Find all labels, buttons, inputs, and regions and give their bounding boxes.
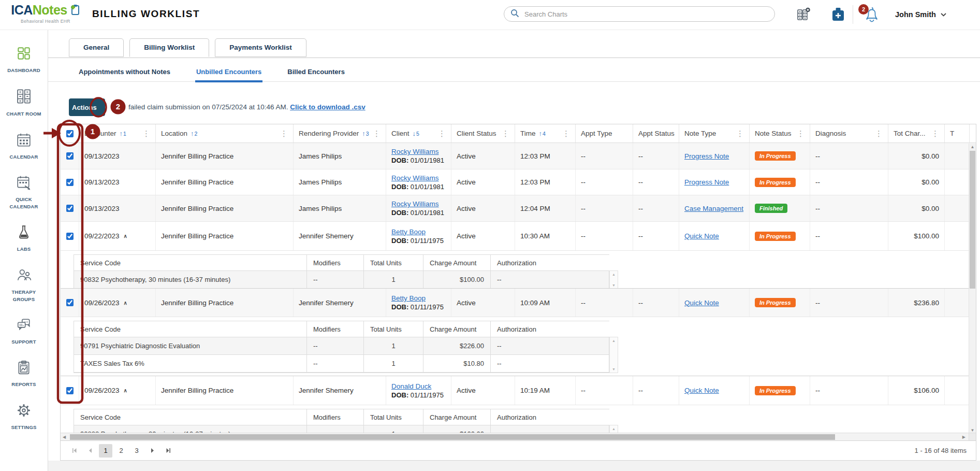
- column-header-time[interactable]: Time↑4⋮: [515, 124, 576, 142]
- page-button-3[interactable]: 3: [130, 444, 143, 458]
- note-type-cell: Progress Note: [679, 169, 750, 195]
- note-type-link[interactable]: Quick Note: [684, 387, 744, 394]
- subtab-billed-encounters[interactable]: Billed Encounters: [286, 63, 346, 82]
- sidebar-item-settings[interactable]: SETTINGS: [1, 403, 47, 431]
- note-type-link[interactable]: Case Management: [684, 205, 744, 212]
- column-menu-icon[interactable]: ⋮: [438, 130, 446, 137]
- scroll-up-arrow[interactable]: ▲: [969, 145, 976, 149]
- column-menu-icon[interactable]: ⋮: [142, 130, 150, 137]
- column-header-extra[interactable]: T: [945, 124, 970, 142]
- horizontal-scroll-thumb[interactable]: [70, 434, 835, 440]
- column-header-diagnosis[interactable]: Diagnosis⋮: [810, 124, 888, 142]
- new-chart-icon[interactable]: [831, 7, 845, 24]
- first-page-button[interactable]: [68, 444, 81, 458]
- column-header-select[interactable]: [61, 124, 79, 142]
- notifications-bell[interactable]: 2: [864, 6, 882, 24]
- column-menu-icon[interactable]: ⋮: [280, 130, 288, 137]
- column-menu-icon[interactable]: ⋮: [502, 130, 509, 137]
- note-type-link[interactable]: Progress Note: [684, 152, 744, 160]
- column-menu-icon[interactable]: ⋮: [875, 130, 883, 137]
- service-scroll-down-icon[interactable]: ▼: [612, 283, 616, 287]
- tab-payments-worklist[interactable]: Payments Worklist: [215, 38, 306, 57]
- column-header-note-status[interactable]: Note Status⋮: [750, 124, 810, 142]
- row-checkbox[interactable]: [66, 205, 74, 212]
- service-scroll-up-icon[interactable]: ▲: [612, 339, 616, 342]
- service-table-scrollbar[interactable]: ▲▼: [609, 337, 618, 373]
- row-checkbox[interactable]: [66, 233, 74, 240]
- select-all-checkbox[interactable]: [66, 130, 74, 137]
- previous-page-button[interactable]: [83, 444, 97, 458]
- column-header-location[interactable]: Location↑2⋮: [156, 124, 294, 142]
- client-link[interactable]: Rocky Williams: [391, 200, 446, 208]
- row-checkbox[interactable]: [66, 299, 74, 306]
- vertical-scrollbar[interactable]: ▲ ▼: [969, 144, 976, 434]
- row-checkbox[interactable]: [66, 387, 74, 394]
- app-logo[interactable]: ICANotes Behavioral Health EHR: [9, 3, 82, 24]
- column-header-appt-status[interactable]: Appt Status: [633, 124, 679, 142]
- client-link[interactable]: Betty Boop: [391, 294, 446, 302]
- scroll-down-arrow[interactable]: ▼: [969, 428, 976, 433]
- subtab-unbilled-encounters[interactable]: Unbilled Encounters: [195, 63, 262, 82]
- column-header-appt-type[interactable]: Appt Type: [576, 124, 633, 142]
- column-menu-icon[interactable]: ⋮: [736, 130, 744, 137]
- download-csv-link[interactable]: Click to download .csv: [290, 103, 365, 111]
- table-body: 09/13/2023Jennifer Billing PracticeJames…: [61, 143, 976, 434]
- page-button-1[interactable]: 1: [99, 444, 112, 458]
- last-page-button[interactable]: [161, 444, 174, 458]
- sidebar-item-support[interactable]: SUPPORT: [1, 317, 47, 346]
- row-checkbox[interactable]: [66, 152, 74, 160]
- service-lines-section: Service CodeModifiersTotal UnitsCharge A…: [61, 251, 976, 289]
- column-menu-icon[interactable]: ⋮: [931, 130, 939, 137]
- service-scroll-down-icon[interactable]: ▼: [612, 367, 616, 371]
- scroll-left-arrow[interactable]: ◀: [63, 435, 66, 439]
- column-header-provider[interactable]: Rendering Provider↑3⋮: [294, 124, 386, 142]
- table-row: 09/22/2023∧Jennifer Billing PracticeJenn…: [61, 222, 976, 251]
- column-header-client-status[interactable]: Client Status⋮: [451, 124, 515, 142]
- column-label: Location: [161, 130, 187, 137]
- sidebar-item-labs[interactable]: LABS: [1, 224, 47, 253]
- collapse-chevron-icon[interactable]: ∧: [124, 388, 127, 393]
- column-header-client[interactable]: Client↓5⋮: [386, 124, 451, 142]
- sidebar-item-calendar[interactable]: CALENDAR: [1, 132, 47, 161]
- quick-calendar-icon: [16, 175, 32, 192]
- note-type-link[interactable]: Progress Note: [684, 178, 744, 186]
- service-scroll-up-icon[interactable]: ▲: [612, 273, 616, 276]
- column-header-encounter[interactable]: Encounter↑1⋮: [79, 124, 156, 142]
- sidebar-item-chart-room[interactable]: CHART ROOM: [1, 88, 47, 118]
- charge-amount-cell: $100.00: [423, 271, 491, 288]
- note-type-link[interactable]: Quick Note: [684, 299, 744, 307]
- column-menu-icon[interactable]: ⋮: [562, 130, 570, 137]
- vertical-scroll-thumb[interactable]: [970, 151, 975, 289]
- client-link[interactable]: Betty Boop: [391, 228, 446, 236]
- next-page-button[interactable]: [145, 444, 159, 458]
- user-menu[interactable]: John Smith: [895, 10, 946, 19]
- scroll-right-arrow[interactable]: ▶: [962, 435, 966, 439]
- client-link[interactable]: Rocky Williams: [391, 174, 446, 182]
- page-button-2[interactable]: 2: [114, 444, 128, 458]
- collapse-chevron-icon[interactable]: ∧: [124, 233, 127, 239]
- tab-billing-worklist[interactable]: Billing Worklist: [129, 38, 209, 57]
- row-checkbox[interactable]: [66, 179, 74, 186]
- sidebar-item-quick-calendar[interactable]: QUICK CALENDAR: [1, 175, 47, 211]
- actions-button[interactable]: Actions: [69, 98, 105, 116]
- sidebar-item-dashboard[interactable]: DASHBOARD: [1, 46, 47, 74]
- search-input[interactable]: [523, 10, 768, 19]
- column-menu-icon[interactable]: ⋮: [373, 130, 381, 137]
- column-menu-icon[interactable]: ⋮: [797, 130, 805, 137]
- note-type-link[interactable]: Quick Note: [684, 232, 744, 240]
- chart-room-shortcut-icon[interactable]: [796, 7, 811, 24]
- service-scroll-up-icon[interactable]: ▲: [612, 427, 616, 431]
- column-header-tot-charge[interactable]: Tot Char...⋮: [888, 124, 945, 142]
- subtab-appointments-without-notes[interactable]: Appointments without Notes: [78, 63, 171, 82]
- horizontal-scrollbar[interactable]: ◀ ▶: [61, 433, 976, 440]
- select-cell: [61, 222, 79, 250]
- client-link[interactable]: Rocky Williams: [391, 148, 446, 155]
- collapse-chevron-icon[interactable]: ∧: [124, 300, 127, 306]
- tot-charge-cell: $100.00: [888, 222, 945, 250]
- client-link[interactable]: Donald Duck: [391, 382, 446, 390]
- sidebar-item-reports[interactable]: REPORTS: [1, 360, 47, 388]
- sidebar-item-therapy-groups[interactable]: THERAPY GROUPS: [1, 267, 47, 304]
- tab-general[interactable]: General: [69, 38, 124, 57]
- column-header-note-type[interactable]: Note Type⋮: [679, 124, 750, 142]
- service-table-scrollbar[interactable]: ▲▼: [609, 270, 618, 289]
